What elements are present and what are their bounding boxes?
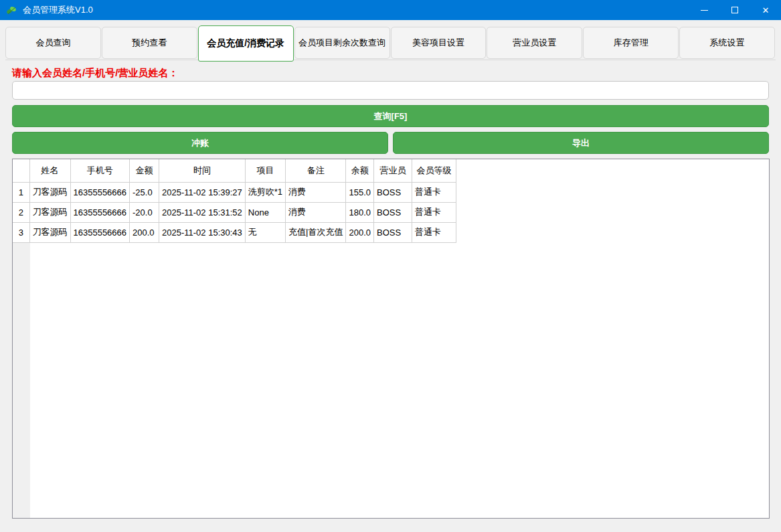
cell-name[interactable]: 刀客源码 xyxy=(29,182,70,202)
tab-system-settings[interactable]: 系统设置 xyxy=(679,27,775,59)
tab-appointment-view[interactable]: 预约查看 xyxy=(102,27,197,59)
cell-clerk[interactable]: BOSS xyxy=(374,202,412,222)
cell-name[interactable]: 刀客源码 xyxy=(29,202,70,222)
cell-amount[interactable]: -25.0 xyxy=(130,182,159,202)
cell-project[interactable]: 洗剪吹*1 xyxy=(245,182,285,202)
header-phone[interactable]: 手机号 xyxy=(70,159,130,182)
header-clerk[interactable]: 营业员 xyxy=(374,159,412,182)
cell-rownum[interactable]: 3 xyxy=(13,222,29,242)
maximize-icon xyxy=(731,7,738,13)
cell-amount[interactable]: 200.0 xyxy=(130,222,159,242)
tab-member-query[interactable]: 会员查询 xyxy=(5,27,101,59)
chargeback-button[interactable]: 冲账 xyxy=(12,132,388,154)
close-icon: ✕ xyxy=(762,5,770,15)
cell-balance[interactable]: 155.0 xyxy=(346,182,374,202)
cell-phone[interactable]: 16355556666 xyxy=(70,222,130,242)
cell-phone[interactable]: 16355556666 xyxy=(70,182,130,202)
search-label: 请输入会员姓名/手机号/营业员姓名： xyxy=(12,67,178,80)
cell-amount[interactable]: -20.0 xyxy=(130,202,159,222)
header-member-level[interactable]: 会员等级 xyxy=(412,159,456,182)
table-row[interactable]: 1 刀客源码 16355556666 -25.0 2025-11-02 15:3… xyxy=(13,182,456,202)
cell-note[interactable]: 充值|首次充值 xyxy=(286,222,346,242)
close-button[interactable]: ✕ xyxy=(750,0,781,20)
tab-clerk-settings[interactable]: 营业员设置 xyxy=(487,27,582,59)
export-button[interactable]: 导出 xyxy=(393,132,769,154)
table-row[interactable]: 3 刀客源码 16355556666 200.0 2025-11-02 15:3… xyxy=(13,222,456,242)
header-rownum[interactable] xyxy=(13,159,29,182)
cell-note[interactable]: 消费 xyxy=(286,202,346,222)
cell-rownum[interactable]: 2 xyxy=(13,202,29,222)
cell-balance[interactable]: 180.0 xyxy=(346,202,374,222)
records-table: 姓名 手机号 金额 时间 项目 备注 余额 营业员 会员等级 1 刀客源码 16… xyxy=(13,159,456,243)
maximize-button[interactable] xyxy=(719,0,750,20)
records-table-panel: 姓名 手机号 金额 时间 项目 备注 余额 营业员 会员等级 1 刀客源码 16… xyxy=(12,159,770,519)
cell-time[interactable]: 2025-11-02 15:31:52 xyxy=(159,202,246,222)
window-controls: ✕ xyxy=(689,0,781,20)
header-time[interactable]: 时间 xyxy=(159,159,246,182)
cell-time[interactable]: 2025-11-02 15:30:43 xyxy=(159,222,246,242)
cell-project[interactable]: 无 xyxy=(245,222,285,242)
search-input[interactable] xyxy=(12,81,769,100)
cell-phone[interactable]: 16355556666 xyxy=(70,202,130,222)
cell-clerk[interactable]: BOSS xyxy=(374,182,412,202)
tab-recharge-consume-records[interactable]: 会员充值/消费记录 xyxy=(198,25,294,62)
tab-beauty-project-settings[interactable]: 美容项目设置 xyxy=(391,27,487,59)
cell-project[interactable]: None xyxy=(245,202,285,222)
cell-name[interactable]: 刀客源码 xyxy=(29,222,70,242)
cell-member-level[interactable]: 普通卡 xyxy=(412,202,456,222)
table-row[interactable]: 2 刀客源码 16355556666 -20.0 2025-11-02 15:3… xyxy=(13,202,456,222)
query-button[interactable]: 查询[F5] xyxy=(12,105,769,127)
header-name[interactable]: 姓名 xyxy=(29,159,70,182)
cell-balance[interactable]: 200.0 xyxy=(346,222,374,242)
cell-member-level[interactable]: 普通卡 xyxy=(412,182,456,202)
header-amount[interactable]: 金额 xyxy=(130,159,159,182)
window-title: 会员管理系统V1.0 xyxy=(23,4,93,16)
minimize-icon xyxy=(701,10,708,11)
app-leaf-icon xyxy=(5,4,17,16)
header-note[interactable]: 备注 xyxy=(286,159,346,182)
tab-inventory-management[interactable]: 库存管理 xyxy=(583,27,679,59)
header-balance[interactable]: 余额 xyxy=(346,159,374,182)
cell-time[interactable]: 2025-11-02 15:39:27 xyxy=(159,182,246,202)
cell-note[interactable]: 消费 xyxy=(286,182,346,202)
tab-bar: 会员查询 预约查看 会员充值/消费记录 会员项目剩余次数查询 美容项目设置 营业… xyxy=(5,25,776,60)
window-titlebar[interactable]: 会员管理系统V1.0 ✕ xyxy=(0,0,781,20)
cell-member-level[interactable]: 普通卡 xyxy=(412,222,456,242)
table-header-row: 姓名 手机号 金额 时间 项目 备注 余额 营业员 会员等级 xyxy=(13,159,456,182)
tab-project-remaining-query[interactable]: 会员项目剩余次数查询 xyxy=(294,27,390,59)
minimize-button[interactable] xyxy=(689,0,719,20)
cell-clerk[interactable]: BOSS xyxy=(374,222,412,242)
row-header-strip xyxy=(13,243,30,518)
header-project[interactable]: 项目 xyxy=(245,159,285,182)
cell-rownum[interactable]: 1 xyxy=(13,182,29,202)
